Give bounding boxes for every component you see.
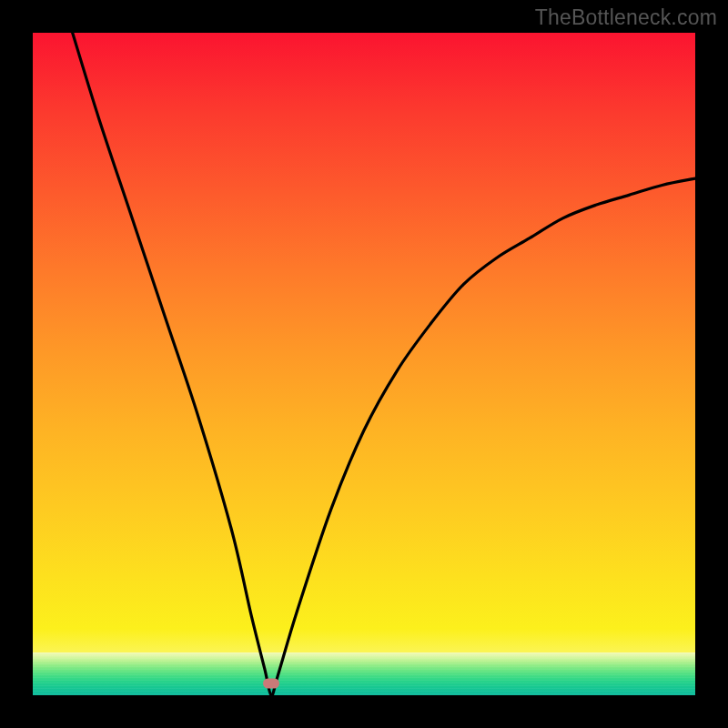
chart-frame: TheBottleneck.com (0, 0, 728, 728)
watermark-text: TheBottleneck.com (535, 5, 717, 30)
plot-area (33, 33, 695, 695)
bottleneck-curve (33, 33, 695, 695)
curve-path (73, 33, 695, 695)
optimal-point-marker (263, 678, 279, 688)
